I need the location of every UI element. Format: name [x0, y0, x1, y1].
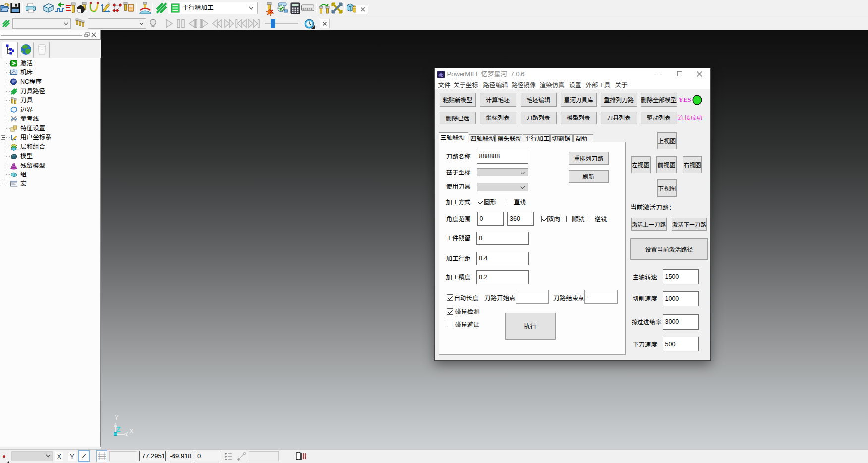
- svg-text:z: z: [225, 458, 226, 461]
- svg-text:Z: Z: [116, 425, 121, 433]
- svg-text:X: X: [129, 427, 134, 435]
- svg-text:Y: Y: [115, 414, 119, 421]
